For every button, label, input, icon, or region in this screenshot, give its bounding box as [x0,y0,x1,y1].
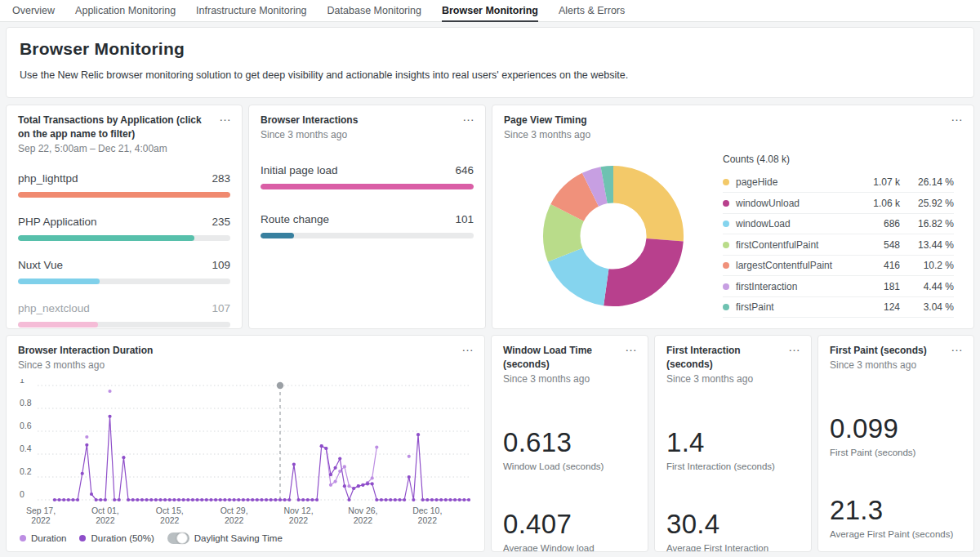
data-point[interactable] [113,498,116,501]
data-point[interactable] [408,454,411,457]
data-point[interactable] [251,498,254,501]
data-point[interactable] [453,498,457,501]
bar-label[interactable]: php_lighttpd [18,172,78,185]
data-point[interactable] [57,498,60,501]
data-point[interactable] [154,498,158,501]
data-point[interactable] [384,498,387,501]
data-point[interactable] [329,483,332,486]
data-point[interactable] [149,498,153,501]
data-point[interactable] [462,498,466,501]
data-point[interactable] [375,445,378,448]
data-point[interactable] [85,443,88,446]
data-point[interactable] [448,498,452,501]
data-point[interactable] [375,498,378,501]
legend-item-duration[interactable]: Duration [20,533,66,543]
data-point[interactable] [81,471,84,475]
data-point[interactable] [320,444,323,448]
data-point[interactable] [444,498,448,501]
bar-label[interactable]: Initial page load [261,164,338,176]
tab-overview[interactable]: Overview [12,0,55,22]
data-point[interactable] [434,498,438,501]
tab-database-monitoring[interactable]: Database Monitoring [327,0,421,22]
tab-alerts-errors[interactable]: Alerts & Errors [559,0,625,22]
data-point[interactable] [233,498,236,501]
data-point[interactable] [403,498,406,501]
tab-browser-monitoring[interactable]: Browser Monitoring [442,0,538,22]
data-point[interactable] [338,457,341,460]
legend-item-firstPaint[interactable]: firstPaint1243.04 % [723,297,954,319]
data-point[interactable] [62,498,65,501]
data-point[interactable] [260,498,263,501]
data-point[interactable] [412,498,415,501]
card-menu-icon[interactable]: … [625,341,638,353]
data-point[interactable] [140,498,144,501]
legend-item-firstInteraction[interactable]: firstInteraction1814.44 % [723,276,954,297]
data-point[interactable] [131,498,135,501]
data-point[interactable] [118,498,121,501]
data-point[interactable] [182,498,185,501]
data-point[interactable] [209,498,212,501]
data-point[interactable] [200,498,203,501]
data-point[interactable] [108,390,111,393]
data-point[interactable] [104,498,107,501]
data-point[interactable] [265,498,268,501]
card-menu-icon[interactable]: … [951,110,964,123]
data-point[interactable] [306,498,310,501]
data-point[interactable] [95,498,98,501]
data-point[interactable] [310,498,314,501]
data-point[interactable] [246,498,249,501]
data-point[interactable] [425,498,429,501]
data-point[interactable] [416,433,420,436]
data-point[interactable] [315,498,318,501]
tab-application-monitoring[interactable]: Application Monitoring [75,0,176,22]
data-point[interactable] [458,498,461,501]
data-point[interactable] [223,498,226,501]
data-point[interactable] [237,498,240,501]
legend-item-windowLoad[interactable]: windowLoad68616.82 % [723,214,954,235]
data-point[interactable] [122,456,125,459]
data-point[interactable] [214,498,217,501]
data-point[interactable] [380,498,383,501]
data-point[interactable] [357,484,360,488]
data-point[interactable] [228,498,231,501]
data-point[interactable] [334,466,337,469]
tab-infrastructure-monitoring[interactable]: Infrastructure Monitoring [196,0,306,22]
card-menu-icon[interactable]: … [951,341,964,353]
data-point[interactable] [408,475,411,479]
data-point[interactable] [371,476,374,479]
data-point[interactable] [256,498,259,501]
legend-item-largestContentfulPaint[interactable]: largestContentfulPaint41610.2 % [723,256,954,277]
data-point[interactable] [398,498,401,501]
bar-label[interactable]: php_nextcloud [18,302,90,314]
data-point[interactable] [421,498,425,501]
data-point[interactable] [172,498,176,501]
data-point[interactable] [53,498,56,501]
data-point[interactable] [329,473,332,476]
card-menu-icon[interactable]: … [219,110,232,123]
data-point[interactable] [361,483,364,486]
data-point[interactable] [324,447,327,450]
card-menu-icon[interactable]: … [788,341,801,353]
daylight-saving-toggle[interactable] [167,532,189,544]
legend-item-pageHide[interactable]: pageHide1.07 k26.14 % [723,172,954,194]
data-point[interactable] [366,482,369,485]
data-point[interactable] [274,498,277,501]
data-point[interactable] [296,498,300,501]
data-point[interactable] [191,498,194,501]
legend-item-duration-50[interactable]: Duration (50%) [79,533,154,543]
data-point[interactable] [186,498,189,501]
data-point[interactable] [292,462,296,466]
card-menu-icon[interactable]: … [461,341,474,353]
bar-label[interactable]: Route change [261,213,329,225]
bar-label[interactable]: PHP Application [18,216,97,228]
data-point[interactable] [467,498,470,501]
data-point[interactable] [163,498,167,501]
data-point[interactable] [287,498,291,501]
data-point[interactable] [389,498,392,501]
data-point[interactable] [67,498,70,501]
data-point[interactable] [195,498,198,501]
data-point[interactable] [278,498,282,501]
legend-item-firstContentfulPaint[interactable]: firstContentfulPaint54813.44 % [723,234,954,256]
data-point[interactable] [439,498,443,501]
data-point[interactable] [347,498,350,501]
